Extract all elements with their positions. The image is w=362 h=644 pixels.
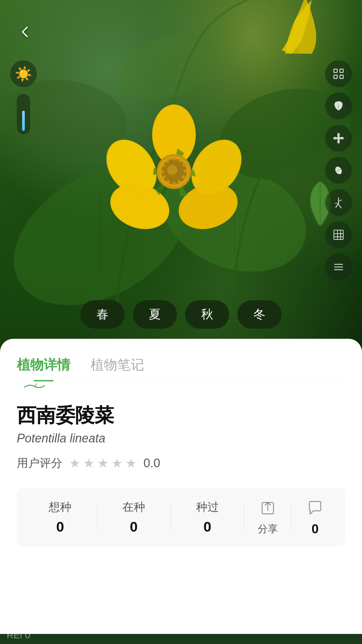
top-bud <box>261 0 328 60</box>
star-4[interactable]: ★ <box>111 456 123 471</box>
stat-growing-label: 在种 <box>122 499 145 515</box>
svg-point-30 <box>162 164 165 167</box>
tab-plant-notes[interactable]: 植物笔记 <box>90 356 144 381</box>
svg-point-4 <box>110 21 225 113</box>
svg-point-42 <box>337 140 340 144</box>
star-2[interactable]: ★ <box>83 456 95 471</box>
stat-want-grow-label: 想种 <box>49 499 71 515</box>
stat-want-grow[interactable]: 想种 0 <box>23 499 97 535</box>
svg-rect-51 <box>334 230 343 239</box>
tabs-row: 植物详情 植物笔记 <box>17 339 345 381</box>
stat-growing-value: 0 <box>130 519 137 535</box>
svg-line-47 <box>336 203 339 207</box>
hero-section: ☀️ <box>0 0 362 349</box>
season-winter[interactable]: 冬 <box>237 300 282 329</box>
season-autumn[interactable]: 秋 <box>185 300 229 329</box>
main-flower <box>104 101 244 242</box>
svg-point-45 <box>334 165 343 175</box>
left-controls: ☀️ <box>10 60 37 134</box>
stat-growing[interactable]: 在种 0 <box>97 499 171 535</box>
rating-value: 0.0 <box>143 456 160 470</box>
svg-point-21 <box>178 159 182 162</box>
seed-button[interactable] <box>325 157 352 184</box>
svg-point-23 <box>184 169 187 173</box>
stats-row: 想种 0 在种 0 种过 0 分享 <box>17 488 345 546</box>
svg-point-25 <box>178 180 181 183</box>
stat-want-grow-value: 0 <box>56 519 64 535</box>
svg-point-28 <box>162 176 166 179</box>
svg-point-31 <box>166 159 169 163</box>
season-summer[interactable]: 夏 <box>133 300 177 329</box>
share-button[interactable]: 分享 <box>244 498 291 536</box>
svg-point-26 <box>172 182 176 185</box>
brightness-button[interactable]: ☀️ <box>10 60 37 87</box>
leaf-button[interactable] <box>325 93 352 119</box>
right-controls <box>325 60 352 280</box>
svg-rect-35 <box>334 69 337 72</box>
comment-value: 0 <box>311 522 318 536</box>
svg-rect-38 <box>340 75 343 78</box>
leaf-underline-icon <box>23 383 46 389</box>
tab-plant-detail[interactable]: 植物详情 <box>17 356 70 381</box>
svg-point-27 <box>167 180 170 183</box>
star-rating[interactable]: ★ ★ ★ ★ ★ <box>69 456 137 471</box>
stat-grown[interactable]: 种过 0 <box>171 499 244 535</box>
svg-point-44 <box>340 137 344 140</box>
rating-label: 用户评分 <box>17 455 62 471</box>
watermark-text: REf 0 <box>7 630 30 641</box>
stat-grown-value: 0 <box>203 519 211 535</box>
share-label: 分享 <box>258 522 278 536</box>
star-3[interactable]: ★ <box>97 456 109 471</box>
comment-icon <box>305 498 325 518</box>
stat-grown-label: 种过 <box>196 499 219 515</box>
svg-point-24 <box>182 175 185 179</box>
svg-point-41 <box>337 133 340 137</box>
rating-row: 用户评分 ★ ★ ★ ★ ★ 0.0 <box>17 455 345 471</box>
plant-name-latin: Potentilla lineata <box>17 431 345 445</box>
svg-point-20 <box>172 157 176 161</box>
bottom-sheet: 植物详情 植物笔记 西南委陵菜 Potentilla lineata 用户评分 … <box>0 339 362 634</box>
flower-button[interactable] <box>325 125 352 152</box>
svg-point-29 <box>161 170 164 173</box>
share-icon <box>258 498 278 518</box>
star-5[interactable]: ★ <box>125 456 137 471</box>
star-1[interactable]: ★ <box>69 456 80 471</box>
svg-line-50 <box>339 200 342 201</box>
svg-line-48 <box>339 205 341 208</box>
svg-rect-37 <box>334 75 337 78</box>
season-spring[interactable]: 春 <box>80 300 125 329</box>
slider-fill <box>22 111 25 131</box>
frame-button[interactable] <box>325 60 352 87</box>
season-pills: 春 夏 秋 冬 <box>0 300 362 329</box>
menu-button[interactable] <box>325 254 352 280</box>
grid-button[interactable] <box>325 221 352 248</box>
root-button[interactable] <box>325 189 352 216</box>
brightness-slider[interactable] <box>17 94 30 134</box>
svg-rect-36 <box>340 69 343 72</box>
back-button[interactable] <box>13 20 37 44</box>
svg-point-40 <box>337 137 340 140</box>
comment-button[interactable]: 0 <box>292 498 339 536</box>
plant-name-chinese: 西南委陵菜 <box>17 402 345 429</box>
watermark: REf 0 <box>0 590 87 644</box>
svg-point-22 <box>182 163 186 167</box>
tab-active-indicator <box>17 383 345 389</box>
svg-point-43 <box>333 137 337 140</box>
svg-point-32 <box>167 165 177 175</box>
